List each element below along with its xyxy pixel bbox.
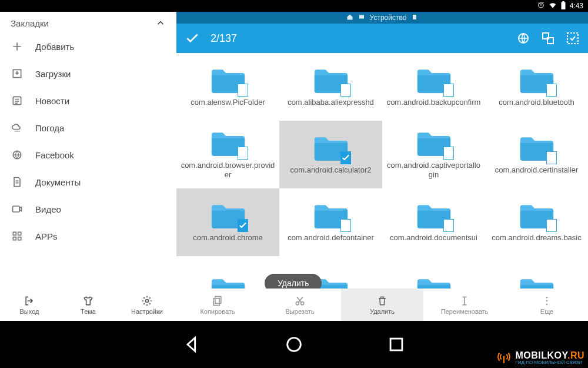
folder-icon — [211, 130, 246, 157]
folder-name: com.android.calculator2 — [290, 165, 371, 175]
file-badge-icon — [238, 147, 248, 160]
folder-icon — [519, 203, 554, 230]
folder-name: com.android.dreams.basic — [492, 233, 581, 243]
sidebar-item-video[interactable]: Видео — [0, 195, 176, 223]
sidebar-item-news[interactable]: Новости — [0, 87, 176, 114]
folder-item[interactable]: com.android.documentsui — [382, 188, 485, 256]
folder-item[interactable] — [382, 256, 485, 289]
sidebar-section-bookmarks[interactable]: Закладки — [0, 12, 176, 33]
folder-item[interactable] — [176, 256, 279, 289]
checkbox-checked-icon — [340, 151, 351, 164]
folder-item[interactable]: com.android.bluetooth — [485, 53, 588, 121]
folder-icon — [416, 203, 452, 230]
exit-button[interactable]: Выход — [0, 289, 59, 321]
settings-button[interactable]: Настройки — [118, 289, 176, 321]
checkbox-checked-icon — [238, 219, 248, 232]
breadcrumb[interactable]: Устройство — [176, 12, 588, 24]
file-badge-icon — [546, 151, 557, 164]
folder-item[interactable] — [485, 256, 588, 289]
plus-icon — [11, 40, 24, 53]
svg-rect-4 — [18, 232, 21, 235]
folder-icon — [416, 130, 452, 157]
check-icon[interactable] — [185, 31, 200, 46]
folder-item[interactable]: com.android.defcontainer — [279, 188, 382, 256]
copy-icon — [212, 295, 223, 307]
folder-icon — [313, 203, 349, 230]
ab-label: Еще — [540, 308, 553, 315]
device-icon — [358, 14, 365, 22]
wm-tagline: ГИД ПО МОБИЛЬНОЙ СВЯЗИ — [515, 360, 584, 365]
tshirt-icon — [82, 295, 94, 307]
folder-item[interactable]: com.android.backupconfirm — [382, 53, 485, 121]
sidebar-item-downloads[interactable]: Загрузки — [0, 60, 176, 87]
folder-name: com.android.captiveportallogin — [387, 161, 481, 179]
rename-button[interactable]: Переименовать — [423, 289, 506, 321]
svg-rect-9 — [413, 15, 416, 19]
folder-name: com.alibaba.aliexpresshd — [288, 98, 374, 107]
scissors-icon — [294, 295, 306, 307]
folder-icon — [519, 135, 554, 162]
recent-button[interactable] — [386, 334, 406, 354]
document-icon — [11, 175, 24, 188]
trash-icon — [376, 295, 388, 307]
folder-item[interactable]: com.android.certinstaller — [485, 121, 588, 188]
sidebar-item-label: Погода — [35, 123, 64, 133]
delete-button[interactable]: Удалить — [341, 289, 423, 321]
window-action-icon[interactable] — [541, 31, 555, 45]
folder-item[interactable]: com.android.chrome — [176, 188, 279, 256]
sidebar: Закладки Добавить Загрузки Новости Погод… — [0, 12, 176, 300]
folder-item[interactable]: com.alensw.PicFolder — [176, 53, 279, 121]
sidebar-item-weather[interactable]: Погода — [0, 114, 176, 141]
svg-rect-22 — [390, 339, 402, 350]
apps-icon — [11, 230, 24, 243]
wm-brand: MOBILKOY — [515, 350, 567, 360]
sidebar-item-facebook[interactable]: Facebook — [0, 141, 176, 168]
alarm-icon — [537, 1, 545, 11]
home-button[interactable] — [284, 334, 304, 354]
video-icon — [11, 203, 24, 216]
selection-toolbar: 2/137 — [176, 24, 588, 53]
file-badge-icon — [443, 147, 454, 160]
svg-rect-14 — [215, 296, 221, 303]
more-button[interactable]: Еще — [506, 289, 588, 321]
svg-rect-15 — [213, 298, 219, 305]
copy-button[interactable]: Копировать — [176, 289, 259, 321]
sb-label: Тема — [81, 308, 96, 315]
select-all-icon[interactable] — [566, 31, 580, 45]
svg-rect-2 — [13, 206, 20, 212]
folder-item[interactable]: com.android.calculator2 — [279, 121, 382, 188]
folder-name: com.android.browser.provider — [181, 161, 275, 179]
folder-icon — [416, 277, 452, 289]
antenna-icon — [496, 349, 512, 367]
sd-icon — [411, 14, 418, 22]
status-bar: 4:43 — [0, 0, 588, 12]
folder-item[interactable]: com.alibaba.aliexpresshd — [279, 53, 382, 121]
cloud-icon — [11, 121, 24, 134]
globe-action-icon[interactable] — [516, 31, 530, 45]
back-button[interactable] — [182, 334, 202, 354]
theme-button[interactable]: Тема — [59, 289, 118, 321]
download-icon — [11, 67, 24, 80]
sb-label: Настройки — [131, 308, 163, 315]
file-badge-icon — [546, 219, 557, 232]
file-grid: com.alensw.PicFoldercom.alibaba.aliexpre… — [176, 53, 588, 289]
cut-button[interactable]: Вырезать — [259, 289, 341, 321]
chevron-up-icon — [155, 18, 166, 28]
more-icon — [541, 295, 553, 307]
ab-label: Переименовать — [441, 308, 489, 315]
folder-item[interactable]: com.android.browser.provider — [176, 121, 279, 188]
folder-item[interactable]: com.android.dreams.basic — [485, 188, 588, 256]
svg-rect-3 — [13, 232, 16, 235]
file-badge-icon — [238, 84, 248, 97]
ab-label: Удалить — [370, 308, 395, 315]
sidebar-item-apps[interactable]: APPs — [0, 223, 176, 250]
svg-point-18 — [546, 296, 548, 298]
sidebar-item-label: Документы — [35, 177, 81, 187]
sidebar-item-documents[interactable]: Документы — [0, 168, 176, 195]
sidebar-item-add[interactable]: Добавить — [0, 33, 176, 60]
folder-item[interactable]: com.android.captiveportallogin — [382, 121, 485, 188]
svg-rect-6 — [18, 237, 21, 240]
sidebar-item-label: APPs — [35, 231, 58, 241]
status-time: 4:43 — [570, 2, 583, 10]
folder-name: com.android.backupconfirm — [387, 98, 481, 107]
